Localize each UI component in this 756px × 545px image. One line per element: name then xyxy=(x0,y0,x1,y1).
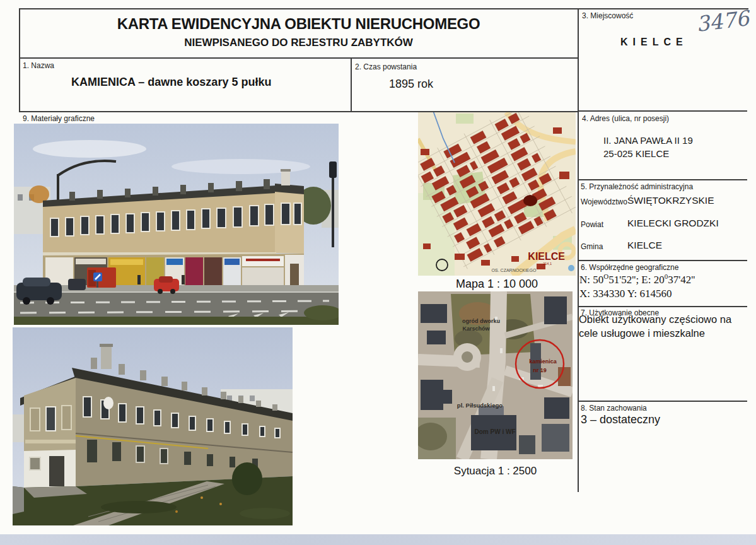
map-city-label: KIELCE xyxy=(528,251,565,262)
border-rc-1 xyxy=(578,110,747,112)
adm-row-value: ŚWIĘTOKRZYSKIE xyxy=(627,195,714,206)
aerial-caption: Sytuacja 1 : 2500 xyxy=(409,465,582,478)
aerial-image: ogród dworku Karschów kamienica nr 19 pl… xyxy=(418,291,573,459)
border-between-1-2 xyxy=(351,57,352,112)
uzytkowanie-line1: Obiekt użytkowany częściowo na xyxy=(579,312,731,326)
map-caption: Mapa 1 : 10 000 xyxy=(418,278,576,291)
coords-part: 51'52''; E: 20 xyxy=(608,274,665,286)
photo-building-front-art xyxy=(14,124,339,325)
field-label-miejscowosc: 3. Miejscowość xyxy=(582,11,633,20)
border-rc-4 xyxy=(578,306,747,307)
map-image: KIELCE 214,1 OS. CZARNOCKIEGO xyxy=(418,112,576,276)
photo-building-rear xyxy=(13,327,293,525)
adm-row-name: Powiat xyxy=(581,220,603,229)
field-label-adres: 4. Adres (ulica, nr posesji) xyxy=(582,114,669,123)
adm-row-value: KIELCE xyxy=(627,240,662,251)
map-art: KIELCE 214,1 OS. CZARNOCKIEGO xyxy=(418,112,576,276)
field-label-nazwa: 1. Nazwa xyxy=(23,61,54,70)
adm-row-name: Gmina xyxy=(581,242,603,251)
coords-sup: O xyxy=(603,272,608,280)
field-value-stan: 3 – dostateczny xyxy=(581,413,660,426)
coords-part: N: 50 xyxy=(579,274,603,286)
aerial-dom-label: Dom PW i WF xyxy=(475,428,516,435)
field-label-wspolrzedne: 6. Współrzędne geograficzne xyxy=(581,263,678,272)
field-label-przynaleznosc: 5. Przynależność administracyjna xyxy=(581,182,693,191)
scanner-edge-strip xyxy=(0,534,756,545)
aerial-square-label: pl. Piłsudskiego xyxy=(457,402,503,409)
aerial-object-label-1: kamienica xyxy=(529,358,557,365)
page-title: KARTA EWIDENCYJNA OBIEKTU NIERUCHOMEGO xyxy=(19,15,578,33)
field-value-adres: II. JANA PAWŁA II 19 25-025 KIELCE xyxy=(603,134,693,160)
adm-row-name: Województwo xyxy=(581,197,627,206)
field-value-uzytkowanie: Obiekt użytkowany częściowo na cele usłu… xyxy=(579,312,731,340)
document-sheet: KARTA EWIDENCYJNA OBIEKTU NIERUCHOMEGO N… xyxy=(0,0,756,545)
field-label-stan: 8. Stan zachowania xyxy=(581,404,647,413)
coords-part: 37'42'' xyxy=(668,274,695,286)
adres-line1: II. JANA PAWŁA II 19 xyxy=(603,134,693,147)
aerial-object-label-2: nr 19 xyxy=(533,367,547,373)
border-top xyxy=(19,8,748,9)
map-elevation-label: 214,1 xyxy=(543,262,552,266)
map-district-label: OS. CZARNOCKIEGO xyxy=(492,268,537,272)
border-rc-5 xyxy=(578,401,747,402)
border-right-column xyxy=(578,8,579,492)
uzytkowanie-line2: cele usługowe i mieszkalne xyxy=(579,326,731,340)
handwritten-number: 3476 xyxy=(695,6,750,37)
adm-row-value: KIELECKI GRODZKI xyxy=(627,218,719,229)
border-rc-2 xyxy=(578,179,747,180)
photo-building-front xyxy=(14,124,339,325)
aerial-garden-label-2: Karschów xyxy=(462,325,490,332)
field-label-materialy: 9. Materiały graficzne xyxy=(23,114,95,123)
border-under-title xyxy=(19,57,578,59)
page-subtitle: NIEWPISANEGO DO REJESTRU ZABYTKÓW xyxy=(19,37,578,49)
aerial-art: ogród dworku Karschów kamienica nr 19 pl… xyxy=(418,291,573,459)
field-label-czas: 2. Czas powstania xyxy=(355,62,417,71)
photo-building-rear-art xyxy=(13,327,293,525)
field-value-czas: 1895 rok xyxy=(389,78,433,91)
field-value-miejscowosc: KIELCE xyxy=(620,37,688,48)
field-value-nazwa: KAMIENICA – dawne koszary 5 pułku xyxy=(71,76,271,89)
adres-line2: 25-025 KIELCE xyxy=(603,147,693,160)
aerial-garden-label-1: ogród dworku xyxy=(462,318,500,324)
coords-line1: N: 50O51'52''; E: 20037'42'' xyxy=(579,272,695,286)
coords-line2: X: 334330 Y: 614560 xyxy=(579,288,672,300)
border-rc-3 xyxy=(578,260,747,261)
